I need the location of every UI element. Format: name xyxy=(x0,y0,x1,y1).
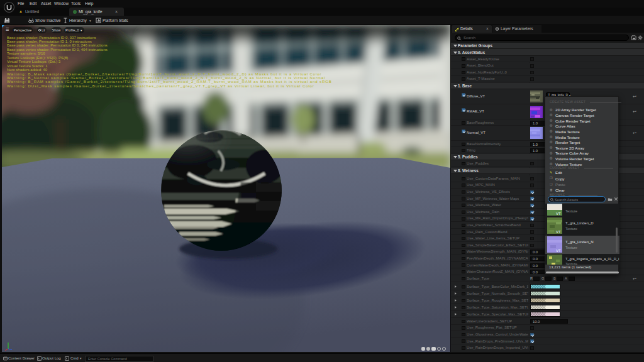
svg-text:VT: VT xyxy=(556,249,561,253)
svg-text:VT: VT xyxy=(556,230,561,234)
svg-text:VT: VT xyxy=(556,212,561,216)
